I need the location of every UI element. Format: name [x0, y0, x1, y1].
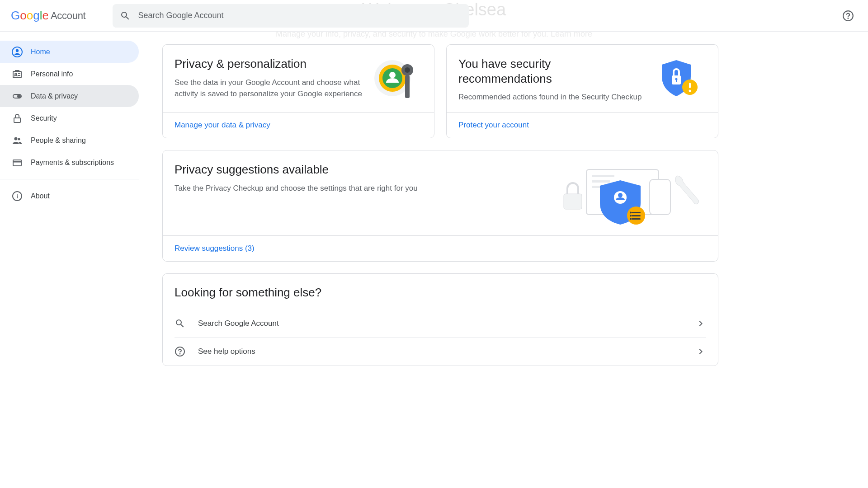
svg-point-20 — [405, 67, 410, 73]
card-description: Recommended actions found in the Securit… — [458, 91, 646, 103]
sidebar-item-security[interactable]: Security — [0, 107, 139, 129]
svg-rect-28 — [592, 175, 614, 177]
svg-rect-18 — [405, 75, 410, 98]
sidebar-item-data-privacy[interactable]: Data & privacy — [0, 85, 139, 107]
card-title: Privacy & personalization — [175, 56, 363, 71]
info-icon — [12, 191, 23, 202]
sidebar-item-label: Security — [31, 114, 57, 122]
card-description: See the data in your Google Account and … — [175, 77, 363, 100]
svg-point-11 — [18, 138, 20, 140]
sidebar-item-label: People & sharing — [31, 136, 86, 145]
svg-point-8 — [18, 95, 20, 98]
svg-rect-5 — [13, 71, 21, 78]
search-icon — [120, 10, 131, 21]
svg-point-2 — [848, 18, 848, 18]
svg-rect-31 — [650, 179, 670, 215]
home-avatar-icon — [12, 47, 23, 57]
search-input[interactable] — [138, 11, 462, 20]
help-icon — [175, 346, 185, 357]
google-logo-icon: Google — [11, 9, 48, 22]
svg-rect-32 — [564, 194, 582, 209]
logo-suffix-text: Account — [51, 10, 85, 22]
sidebar-item-payments[interactable]: Payments & subscriptions — [0, 151, 139, 174]
chevron-right-icon — [695, 318, 706, 329]
svg-rect-29 — [592, 180, 610, 183]
google-account-logo[interactable]: Google Account — [11, 9, 85, 22]
svg-rect-12 — [13, 160, 21, 166]
svg-point-41 — [630, 218, 632, 220]
search-account-option[interactable]: Search Google Account — [175, 310, 706, 338]
card-title: Privacy suggestions available — [175, 162, 543, 177]
svg-rect-38 — [632, 218, 641, 220]
help-options-option[interactable]: See help options — [175, 338, 706, 366]
svg-point-17 — [389, 72, 396, 78]
id-card-icon — [12, 69, 23, 80]
svg-point-34 — [618, 193, 623, 197]
lock-icon — [12, 113, 23, 124]
sidebar-divider — [0, 179, 139, 179]
svg-rect-9 — [14, 118, 20, 122]
svg-point-26 — [689, 90, 691, 92]
svg-point-6 — [15, 73, 17, 75]
privacy-illustration — [368, 56, 422, 104]
sidebar-item-people-sharing[interactable]: People & sharing — [0, 129, 139, 151]
option-label: Search Google Account — [198, 319, 683, 328]
help-button[interactable] — [839, 7, 857, 25]
card-description: Take the Privacy Checkup and choose the … — [175, 183, 543, 194]
sidebar-item-label: Payments & subscriptions — [31, 159, 114, 167]
sidebar-item-label: Data & privacy — [31, 92, 78, 100]
sidebar-item-label: About — [31, 192, 50, 200]
privacy-suggestions-card: Privacy suggestions available Take the P… — [162, 150, 718, 262]
svg-point-40 — [630, 215, 632, 217]
help-icon — [842, 10, 854, 22]
sidebar-nav: Home Personal info Data & privacy Securi… — [0, 32, 139, 366]
sidebar-item-label: Home — [31, 48, 50, 56]
svg-rect-23 — [676, 79, 677, 82]
security-recommendations-card: You have security recommendations Recomm… — [446, 44, 718, 138]
looking-for-title: Looking for something else? — [175, 286, 706, 300]
main-content: Privacy & personalization See the data i… — [139, 32, 742, 366]
privacy-suggestions-illustration — [552, 162, 706, 225]
credit-card-icon — [12, 157, 23, 168]
sidebar-item-label: Personal info — [31, 70, 73, 78]
sidebar-item-about[interactable]: About — [0, 185, 139, 207]
manage-data-privacy-link[interactable]: Manage your data & privacy — [175, 121, 270, 129]
svg-rect-37 — [632, 215, 641, 216]
chevron-right-icon — [695, 346, 706, 357]
svg-point-4 — [16, 49, 19, 52]
option-label: See help options — [198, 347, 683, 356]
search-icon — [175, 318, 185, 329]
search-bar[interactable] — [113, 4, 469, 28]
sidebar-item-personal-info[interactable]: Personal info — [0, 63, 139, 85]
card-title: You have security recommendations — [458, 56, 646, 86]
svg-rect-36 — [632, 212, 641, 213]
svg-point-39 — [630, 212, 632, 214]
svg-text:Google: Google — [11, 9, 48, 22]
svg-point-43 — [180, 354, 180, 354]
app-header: Google Account — [0, 0, 868, 32]
svg-point-10 — [14, 137, 18, 140]
toggle-icon — [12, 91, 23, 102]
sidebar-item-home[interactable]: Home — [0, 41, 139, 63]
security-shield-illustration — [652, 56, 706, 104]
svg-rect-25 — [689, 83, 691, 88]
people-icon — [12, 135, 23, 146]
protect-account-link[interactable]: Protect your account — [458, 121, 529, 129]
review-suggestions-link[interactable]: Review suggestions (3) — [175, 244, 255, 253]
looking-for-card: Looking for something else? Search Googl… — [162, 273, 718, 366]
privacy-personalization-card: Privacy & personalization See the data i… — [162, 44, 434, 138]
